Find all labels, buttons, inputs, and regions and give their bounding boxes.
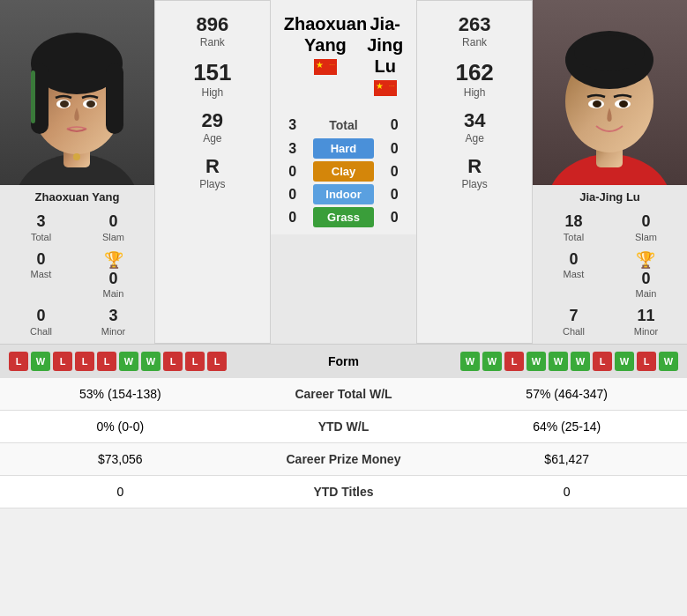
right-hard-score: 0	[381, 141, 407, 157]
prize-label: Career Prize Money	[241, 442, 447, 475]
ytd-wl-label: YTD W/L	[241, 410, 447, 442]
right-chall-label: Chall	[563, 326, 585, 337]
right-mast-label: Mast	[564, 269, 585, 279]
right-clay-score: 0	[381, 164, 407, 180]
clay-btn[interactable]: Clay	[313, 161, 375, 182]
surface-row-total: 3 Total 0	[280, 115, 408, 136]
form-badge-right: L	[637, 352, 656, 371]
left-total-cell: 3 Total	[5, 209, 77, 246]
form-badge-left: L	[97, 352, 116, 371]
form-badge-left: L	[53, 352, 72, 371]
left-rank-stat: 896 Rank	[196, 13, 228, 48]
left-slam-cell: 0 Slam	[78, 209, 149, 246]
total-btn[interactable]: Total	[313, 115, 375, 136]
svg-rect-6	[106, 63, 123, 134]
form-badge-right: W	[571, 352, 590, 371]
left-chall-value: 0	[36, 307, 45, 326]
form-badge-right: W	[615, 352, 634, 371]
right-total-value: 18	[564, 212, 582, 232]
right-plays-label: Plays	[461, 178, 487, 190]
right-slam-label: Slam	[635, 232, 657, 242]
right-grass-score: 0	[381, 210, 407, 226]
form-row: LWLLLWWLLL Form WWLWWWLWLW	[0, 344, 687, 378]
surface-row-grass: 0 Grass 0	[280, 207, 408, 227]
right-mast-value: 0	[569, 250, 578, 270]
left-age-label: Age	[203, 132, 221, 145]
left-mast-label: Mast	[31, 269, 52, 279]
ytd-wl-row: 0% (0-0) YTD W/L 64% (25-14)	[0, 410, 687, 442]
right-trophy-icon: 🏆	[636, 250, 655, 270]
right-main-label: Main	[636, 288, 657, 299]
right-mast-cell: 0 Mast	[538, 247, 609, 303]
right-rank-value: 263	[459, 13, 491, 36]
left-player-block: Zhaoxuan Yang 3 Total 0 Slam 0 Mast 🏆 0	[0, 0, 154, 344]
left-chall-cell: 0 Chall	[5, 303, 77, 340]
right-chall-value: 7	[569, 307, 578, 326]
main-container: Zhaoxuan Yang 3 Total 0 Slam 0 Mast 🏆 0	[0, 0, 687, 508]
form-badge-left: L	[207, 352, 227, 371]
left-form-badges: LWLLLWWLLL	[9, 352, 300, 371]
left-rank-value: 896	[196, 13, 228, 36]
left-main-value: 0	[108, 270, 117, 289]
center-surfaces: 3 Total 0 3 Hard 0 0 Clay 0 0	[271, 108, 417, 234]
right-ytd-titles: 0	[446, 475, 687, 508]
left-main-label: Main	[103, 288, 124, 299]
right-rank-label: Rank	[462, 36, 487, 48]
left-high-label: High	[202, 86, 224, 99]
right-age-label: Age	[465, 132, 483, 145]
right-slam-cell: 0 Slam	[610, 209, 682, 246]
center-left-name: Zhaoxuan Yang	[284, 13, 367, 56]
right-slam-value: 0	[641, 212, 650, 232]
right-age-value: 34	[464, 109, 485, 132]
left-mid-block: 896 Rank 151 High 29 Age R Plays	[154, 0, 271, 344]
left-slam-value: 0	[108, 212, 117, 232]
svg-point-22	[619, 100, 628, 108]
svg-point-12	[73, 153, 80, 160]
left-player-name: Zhaoxuan Yang	[31, 185, 124, 205]
career-wl-row: 53% (154-138) Career Total W/L 57% (464-…	[0, 378, 687, 411]
left-mast-value: 0	[36, 250, 45, 270]
right-plays-stat: R Plays	[461, 155, 487, 190]
right-trophy-cell: 🏆 0 Main	[610, 247, 682, 303]
left-stats-grid: 3 Total 0 Slam 0 Mast 🏆 0 Main 0	[0, 205, 154, 344]
ytd-titles-row: 0 YTD Titles 0	[0, 475, 687, 508]
left-career-wl: 53% (154-138)	[0, 378, 241, 411]
right-chall-cell: 7 Chall	[538, 303, 609, 340]
center-top: Zhaoxuan Yang Jia-Jing Lu	[271, 0, 417, 108]
left-high-stat: 151 High	[193, 59, 231, 99]
left-trophy-icon: 🏆	[104, 250, 123, 270]
left-total-value: 3	[36, 212, 45, 232]
right-total-label: Total	[564, 232, 584, 242]
right-player-block: Jia-Jing Lu 18 Total 0 Slam 0 Mast 🏆 0	[533, 0, 687, 344]
right-total-score: 0	[381, 117, 407, 133]
right-minor-value: 11	[637, 307, 654, 326]
svg-point-10	[60, 100, 69, 108]
center-block: Zhaoxuan Yang Jia-Jing Lu 3 Total	[271, 0, 417, 344]
right-prize: $61,427	[446, 442, 687, 475]
right-player-photo	[533, 0, 687, 185]
svg-point-11	[86, 100, 95, 108]
left-trophy-cell: 🏆 0 Main	[78, 247, 149, 303]
right-total-cell: 18 Total	[538, 209, 609, 246]
left-total-label: Total	[31, 232, 51, 242]
svg-point-18	[574, 35, 645, 71]
form-badge-right: W	[482, 352, 502, 371]
left-plays-label: Plays	[199, 178, 225, 190]
form-badge-left: W	[31, 352, 50, 371]
center-right-name: Jia-Jing Lu	[367, 13, 403, 77]
form-badge-left: W	[119, 352, 138, 371]
surface-row-hard: 3 Hard 0	[280, 138, 408, 159]
right-minor-label: Minor	[634, 326, 659, 337]
hard-btn[interactable]: Hard	[313, 138, 375, 159]
left-flag	[314, 59, 337, 75]
left-player-photo	[0, 0, 154, 185]
form-badge-right: L	[593, 352, 612, 371]
grass-btn[interactable]: Grass	[313, 207, 375, 227]
indoor-btn[interactable]: Indoor	[313, 184, 375, 204]
right-rank-stat: 263 Rank	[459, 13, 491, 48]
career-wl-label: Career Total W/L	[241, 378, 447, 411]
right-flag	[374, 80, 397, 96]
form-badge-right: W	[659, 352, 678, 371]
form-badge-right: W	[526, 352, 546, 371]
right-plays-value: R	[467, 155, 482, 178]
